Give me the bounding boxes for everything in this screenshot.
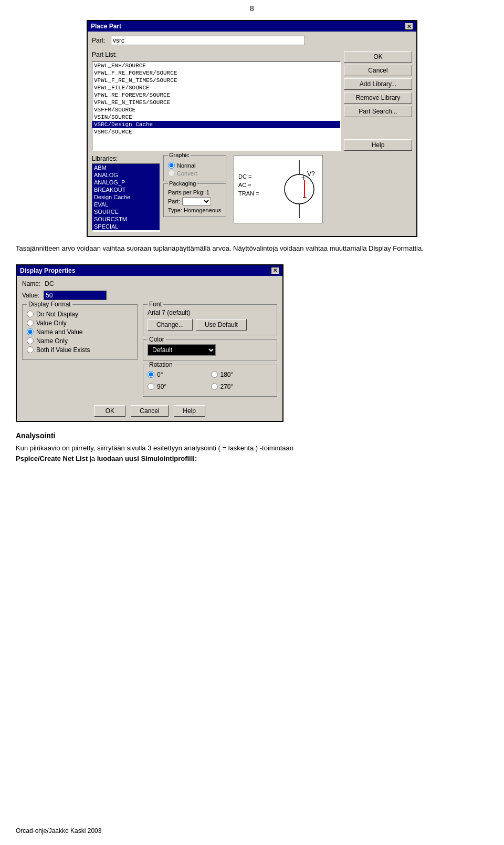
place-part-titlebar: Place Part ✕ [88,21,416,32]
analysointi-text4: luodaan uusi Simulointiprofiili: [97,455,197,462]
graphic-convert-row: Convert [168,170,222,177]
packaging-legend: Packaging [168,180,197,187]
dp-value-label: Value: [22,292,39,299]
ok-button[interactable]: OK [344,51,412,63]
help-button[interactable]: Help [344,139,412,151]
graphic-groupbox: Graphic Normal Convert [163,155,226,181]
lib-item[interactable]: SOURCSTM [92,215,160,223]
use-default-button[interactable]: Use Default [196,319,247,331]
display-props-title: Display Properties [20,267,75,274]
font-groupbox: Font Arial 7 (default) Change... Use Def… [143,304,277,335]
dc-label: DC = [238,173,251,180]
graphic-legend: Graphic [168,152,191,158]
schematic-symbol: + − V? [273,160,320,218]
lib-item[interactable]: ABM [92,164,160,171]
analysointi-title: Analysointi [16,431,488,440]
cancel-button[interactable]: Cancel [344,65,412,76]
analysointi-text3: ja [88,455,97,462]
graphic-convert-radio[interactable] [168,170,175,177]
both-if-value-radio[interactable] [27,346,34,353]
list-item-selected[interactable]: VSRC/Design Cache [92,121,340,128]
name-only-label: Name Only [36,337,68,345]
list-item[interactable]: VSFFM/SOURCE [92,106,340,114]
footer-text: Orcad-ohje/Jaakko Kaski 2003 [16,827,101,834]
rotation-180-radio[interactable] [211,371,218,378]
add-library-button[interactable]: Add Library... [344,78,412,90]
part-select[interactable] [182,197,211,205]
display-props-titlebar: Display Properties ✕ [17,265,282,276]
dp-name-value: DC [45,280,54,287]
list-item[interactable]: VPWL_F_RE_N_TIMES/SOURCE [92,77,340,84]
rotation-270-radio[interactable] [211,383,218,390]
font-legend: Font [148,301,163,308]
name-and-value-radio[interactable] [27,328,34,335]
svg-text:V?: V? [307,170,315,178]
lib-item[interactable]: ANALOG [92,171,160,179]
list-item[interactable]: VPWL_ENH/SOURCE [92,62,340,69]
lib-item[interactable]: EVAL [92,201,160,208]
lib-item-selected[interactable]: SOURCE [92,208,160,215]
value-only-label: Value Only [36,320,67,327]
name-only-radio[interactable] [27,337,34,344]
part-list-label: Part List: [92,51,341,58]
remove-library-button[interactable]: Remove Library [344,92,412,104]
parts-per-pkg-label: Parts per Pkg: [168,189,205,195]
part-list-box[interactable]: VPWL_ENH/SOURCE VPWL_F_RE_FOREVER/SOURCE… [92,61,341,151]
list-item[interactable]: VPWL_RE_N_TIMES/SOURCE [92,99,340,106]
prose-text: Tasajännitteen arvo voidaan vaihtaa suor… [16,243,488,254]
analysointi-text1: Kun piirikaavio on piirretty, siirrytään… [16,444,293,452]
place-part-dialog: Place Part ✕ Part: Part List: VPWL_ENH/S… [87,20,417,237]
dp-name-label: Name: [22,280,40,287]
part-search-button[interactable]: Part Search... [344,106,412,117]
list-item[interactable]: VSRC/SOURCE [92,128,340,136]
list-item[interactable]: VPWL_F_RE_FOREVER/SOURCE [92,69,340,77]
dp-value-input[interactable] [44,291,107,300]
display-format-groupbox: Display Format Do Not Display Value Only… [22,304,138,360]
analysointi-text2: Pspice/Create Net List [16,455,88,462]
libraries-label: Libraries: [92,155,160,162]
place-part-close-button[interactable]: ✕ [405,23,413,30]
display-props-dialog: Display Properties ✕ Name: DC Value: Dis… [16,264,284,422]
color-select[interactable]: Default [148,344,216,356]
do-not-display-radio[interactable] [27,311,34,317]
lib-item[interactable]: Design Cache [92,193,160,201]
lib-item[interactable]: SPECIAL [92,223,160,230]
display-format-value-only: Value Only [27,320,133,327]
change-font-button[interactable]: Change... [148,319,193,331]
tran-label: TRAN = [238,190,259,197]
display-props-close-button[interactable]: ✕ [271,267,279,274]
type-value: Homogeneous [184,207,222,213]
rotation-0-label: 0° [157,371,163,378]
rotation-0-radio[interactable] [148,371,154,378]
rotation-0-row: 0° [148,371,209,378]
dp-ok-button[interactable]: OK [94,405,125,417]
color-groupbox: Color Default [143,339,277,360]
display-format-name-only: Name Only [27,337,133,345]
place-part-title: Place Part [91,23,121,30]
display-format-do-not-display: Do Not Display [27,311,133,318]
dp-cancel-button[interactable]: Cancel [131,405,168,417]
list-item[interactable]: VSIN/SOURCE [92,114,340,121]
svg-point-0 [285,174,314,204]
rotation-groupbox: Rotation 0° 180° [143,365,277,397]
do-not-display-label: Do Not Display [36,311,78,318]
list-item[interactable]: VPWL_FILE/SOURCE [92,84,340,91]
rotation-180-label: 180° [220,371,234,378]
lib-item[interactable]: ANALOG_P [92,179,160,186]
dp-help-button[interactable]: Help [174,405,205,417]
part-label: Part: [92,37,108,44]
part-input[interactable] [111,36,305,45]
libraries-list-box[interactable]: ABM ANALOG ANALOG_P BREAKOUT Design Cach… [92,163,160,232]
part-label2: Part: [168,198,180,204]
graphic-convert-label: Convert [177,170,197,177]
list-item[interactable]: VPWL_RE_FOREVER/SOURCE [92,91,340,99]
graphic-normal-label: Normal [177,162,195,169]
name-and-value-label: Name and Value [36,328,83,336]
analysointi-section: Analysointi Kun piirikaavio on piirretty… [16,431,488,465]
graphic-normal-radio[interactable] [168,162,175,169]
value-only-radio[interactable] [27,320,34,326]
rotation-90-radio[interactable] [148,383,154,390]
display-format-both-if-value: Both if Value Exists [27,346,133,354]
display-format-name-and-value: Name and Value [27,328,133,336]
lib-item[interactable]: BREAKOUT [92,186,160,193]
